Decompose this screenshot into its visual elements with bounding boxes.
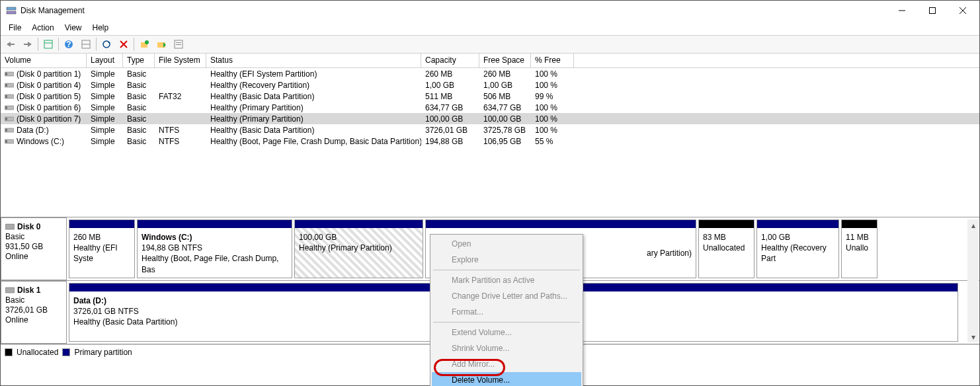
refresh-button[interactable] [99, 37, 114, 52]
volume-name-cell: Windows (C:) [1, 137, 87, 146]
partition[interactable]: 100,00 GBHealthy (Primary Partition) [294, 219, 423, 278]
app-icon [6, 5, 17, 16]
svg-rect-22 [176, 44, 181, 45]
col-pct[interactable]: % Free [531, 54, 574, 67]
volume-row[interactable]: (Disk 0 partition 6)SimpleBasicHealthy (… [1, 102, 979, 113]
col-status[interactable]: Status [206, 54, 421, 67]
legend-unallocated: Unallocated [17, 348, 58, 357]
back-button[interactable] [3, 37, 18, 52]
partition[interactable]: Windows (C:)194,88 GB NTFSHealthy (Boot,… [137, 219, 292, 278]
cm-explore[interactable]: Explore [432, 252, 581, 268]
volume-row[interactable]: (Disk 0 partition 4)SimpleBasicHealthy (… [1, 79, 979, 91]
disk-label[interactable]: Disk 1Basic3726,01 GBOnline [1, 281, 67, 344]
settings-button[interactable] [79, 37, 93, 52]
col-type[interactable]: Type [123, 54, 155, 67]
svg-rect-1 [7, 11, 16, 14]
svg-rect-28 [5, 95, 7, 98]
window-title: Disk Management [20, 6, 887, 15]
volume-name-cell: (Disk 0 partition 6) [1, 103, 87, 112]
svg-rect-0 [7, 7, 16, 10]
partition[interactable]: 260 MBHealthy (EFI Syste [69, 219, 135, 278]
titlebar: Disk Management [1, 1, 979, 20]
col-layout[interactable]: Layout [87, 54, 123, 67]
views-button[interactable] [41, 37, 56, 52]
delete-button[interactable] [116, 37, 131, 52]
svg-rect-24 [5, 73, 7, 75]
col-capacity[interactable]: Capacity [421, 54, 479, 67]
svg-rect-37 [5, 224, 15, 229]
volume-row[interactable]: (Disk 0 partition 1)SimpleBasicHealthy (… [1, 68, 979, 79]
volume-row[interactable]: Windows (C:)SimpleBasicNTFSHealthy (Boot… [1, 135, 979, 147]
maximize-button[interactable] [917, 1, 948, 20]
svg-rect-38 [5, 288, 15, 293]
menu-view[interactable]: View [60, 22, 87, 34]
svg-point-18 [145, 40, 149, 44]
cm-shrink[interactable]: Shrink Volume... [432, 340, 581, 356]
volume-row[interactable]: Data (D:)SimpleBasicNTFSHealthy (Basic D… [1, 124, 979, 135]
svg-rect-36 [5, 140, 7, 143]
scrollbar[interactable]: ▴ ▾ [967, 219, 979, 342]
svg-rect-34 [5, 129, 7, 132]
svg-text:?: ? [66, 40, 71, 49]
menu-help[interactable]: Help [87, 22, 114, 34]
properties-button[interactable] [171, 37, 186, 52]
help-button[interactable]: ? [61, 37, 76, 52]
volume-name-cell: (Disk 0 partition 5) [1, 92, 87, 101]
volume-name-cell: (Disk 0 partition 7) [1, 114, 87, 124]
context-menu: Open Explore Mark Partition as Active Ch… [430, 234, 583, 386]
col-free[interactable]: Free Space [479, 54, 531, 67]
volume-row[interactable]: (Disk 0 partition 7)SimpleBasicHealthy (… [1, 113, 979, 124]
minimize-button[interactable] [887, 1, 917, 20]
cm-delete-volume[interactable]: Delete Volume... [432, 372, 581, 386]
volume-name-cell: Data (D:) [1, 126, 87, 135]
toolbar: ? [1, 35, 979, 54]
menubar: File Action View Help [1, 20, 979, 35]
svg-rect-21 [176, 42, 181, 43]
close-button[interactable] [948, 1, 978, 20]
cm-open[interactable]: Open [432, 236, 581, 252]
forward-button[interactable] [20, 37, 35, 52]
volume-grid[interactable]: (Disk 0 partition 1)SimpleBasicHealthy (… [1, 68, 979, 217]
partition[interactable]: 11 MBUnallo [841, 219, 878, 278]
volume-grid-header: Volume Layout Type File System Status Ca… [1, 54, 979, 68]
scroll-up[interactable]: ▴ [967, 219, 979, 231]
svg-rect-6 [11, 44, 15, 45]
svg-rect-3 [930, 8, 936, 14]
swatch-unallocated [5, 348, 13, 356]
cm-extend[interactable]: Extend Volume... [432, 325, 581, 340]
cm-format[interactable]: Format... [432, 304, 581, 320]
volume-name-cell: (Disk 0 partition 1) [1, 69, 87, 79]
col-fs[interactable]: File System [155, 54, 206, 67]
cm-change-letter[interactable]: Change Drive Letter and Paths... [432, 288, 581, 304]
disk-label[interactable]: Disk 0Basic931,50 GBOnline [1, 217, 67, 280]
partition[interactable]: 83 MBUnallocated [698, 219, 755, 278]
new-volume-button[interactable] [137, 37, 151, 52]
cm-mirror[interactable]: Add Mirror... [432, 356, 581, 372]
menu-file[interactable]: File [3, 22, 26, 34]
volume-name-cell: (Disk 0 partition 4) [1, 81, 87, 90]
extend-button[interactable] [154, 37, 169, 52]
svg-rect-30 [5, 106, 7, 109]
swatch-primary [62, 348, 70, 356]
cm-mark-active[interactable]: Mark Partition as Active [432, 272, 581, 288]
menu-action[interactable]: Action [26, 22, 59, 34]
svg-rect-8 [44, 40, 52, 48]
svg-rect-32 [5, 118, 7, 120]
scroll-down[interactable]: ▾ [967, 331, 979, 342]
col-volume[interactable]: Volume [1, 54, 87, 67]
volume-row[interactable]: (Disk 0 partition 5)SimpleBasicFAT32Heal… [1, 91, 979, 102]
svg-rect-7 [24, 44, 28, 45]
legend-primary: Primary partition [74, 348, 132, 357]
svg-rect-26 [5, 84, 7, 87]
partition[interactable]: 1,00 GBHealthy (Recovery Part [756, 219, 839, 278]
